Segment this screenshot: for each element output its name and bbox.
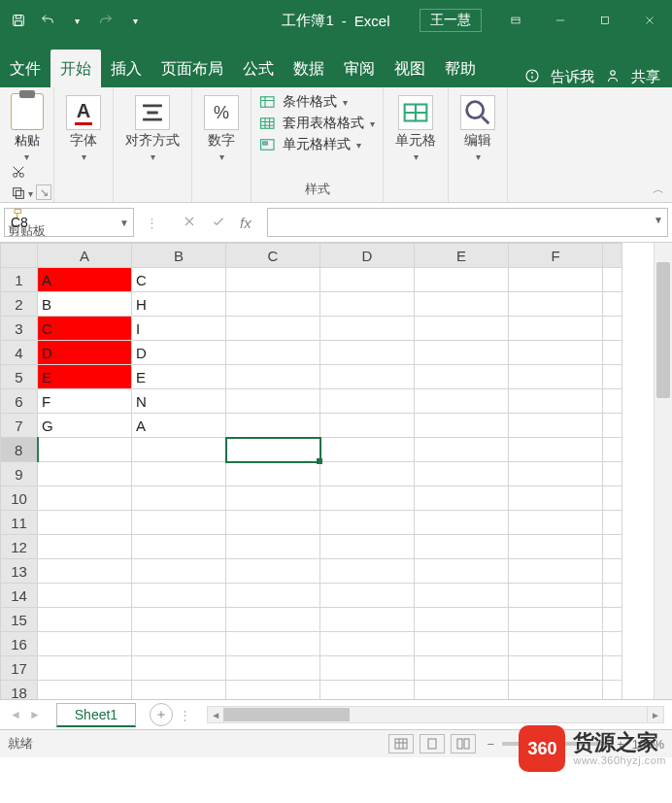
cell[interactable]: E [38, 365, 132, 389]
row-header[interactable]: 14 [1, 584, 38, 608]
cell[interactable]: A [132, 414, 226, 438]
cell[interactable]: H [132, 292, 226, 317]
font-button[interactable]: A 字体 ▾ [62, 93, 105, 164]
cell[interactable] [38, 632, 132, 656]
undo-dropdown-icon[interactable]: ▾ [66, 10, 87, 31]
editing-button[interactable]: 编辑 ▾ [456, 93, 499, 164]
tab-review[interactable]: 审阅 [334, 50, 385, 87]
cell[interactable]: A [38, 268, 132, 292]
cell[interactable] [415, 584, 509, 608]
cell[interactable] [415, 389, 509, 414]
user-name[interactable]: 王一慧 [420, 9, 482, 32]
column-header[interactable]: D [320, 244, 415, 268]
cell[interactable] [509, 268, 603, 292]
column-header[interactable]: C [226, 244, 320, 268]
cell[interactable] [226, 681, 320, 700]
cell[interactable] [603, 365, 622, 389]
cell[interactable] [509, 681, 603, 700]
cell[interactable] [226, 341, 320, 365]
cell[interactable] [132, 656, 226, 681]
cell[interactable] [603, 632, 622, 656]
cell[interactable] [509, 486, 603, 511]
fx-icon[interactable]: fx [240, 215, 252, 231]
redo-icon[interactable] [95, 10, 117, 31]
cell[interactable] [226, 608, 320, 632]
sheet-nav-prev-icon[interactable]: ◄ [10, 708, 21, 721]
cell[interactable] [226, 389, 320, 414]
alignment-button[interactable]: 对齐方式 ▾ [121, 93, 184, 164]
cell[interactable] [132, 511, 226, 535]
row-header[interactable]: 13 [1, 559, 38, 584]
row-header[interactable]: 9 [1, 462, 38, 486]
cell[interactable]: D [38, 341, 132, 365]
cell[interactable] [415, 535, 509, 559]
cell[interactable] [603, 559, 622, 584]
tab-formulas[interactable]: 公式 [233, 50, 284, 87]
cell[interactable] [415, 292, 509, 317]
cell[interactable] [415, 317, 509, 341]
cell[interactable] [320, 462, 415, 486]
cell[interactable] [415, 365, 509, 389]
cell[interactable] [132, 535, 226, 559]
cell[interactable] [320, 389, 415, 414]
cell[interactable] [415, 656, 509, 681]
cell[interactable] [226, 559, 320, 584]
cell[interactable] [226, 462, 320, 486]
cell[interactable] [603, 292, 622, 317]
cell[interactable] [320, 608, 415, 632]
cell[interactable] [132, 486, 226, 511]
cell[interactable] [320, 341, 415, 365]
cell[interactable] [320, 511, 415, 535]
cell[interactable] [603, 584, 622, 608]
cell[interactable] [509, 656, 603, 681]
cell[interactable] [320, 584, 415, 608]
cell[interactable] [603, 414, 622, 438]
cell[interactable] [509, 511, 603, 535]
cell[interactable] [132, 559, 226, 584]
cell[interactable] [132, 608, 226, 632]
cell[interactable] [509, 438, 603, 462]
qat-customize-icon[interactable]: ▾ [124, 10, 146, 31]
cell[interactable] [415, 462, 509, 486]
cut-button[interactable] [11, 164, 44, 180]
row-header[interactable]: 3 [1, 317, 38, 341]
drag-handle-icon[interactable]: ⋮ [173, 708, 199, 722]
worksheet-grid[interactable]: ABCDEF1AC2BH3CI4DD5EE6FN7GA8910111213141… [0, 243, 672, 699]
cell[interactable] [509, 608, 603, 632]
row-header[interactable]: 7 [1, 414, 38, 438]
name-box[interactable]: C8▼ [4, 208, 134, 237]
scroll-right-icon[interactable]: ► [647, 707, 663, 722]
cell[interactable] [603, 317, 622, 341]
tab-file[interactable]: 文件 [0, 50, 50, 87]
cell[interactable] [226, 511, 320, 535]
row-header[interactable]: 11 [1, 511, 38, 535]
cell[interactable] [226, 268, 320, 292]
cell[interactable] [320, 414, 415, 438]
sheet-nav-next-icon[interactable]: ► [29, 708, 41, 721]
cell[interactable] [603, 656, 622, 681]
close-icon[interactable] [627, 0, 672, 41]
cell[interactable] [320, 438, 415, 462]
expand-formula-icon[interactable]: ▼ [654, 215, 663, 225]
cell[interactable] [509, 559, 603, 584]
cell[interactable] [38, 656, 132, 681]
cell[interactable] [132, 584, 226, 608]
cell[interactable]: B [38, 292, 132, 317]
format-as-table-button[interactable]: 套用表格格式 ▾ [259, 115, 375, 132]
cell[interactable] [509, 389, 603, 414]
chevron-down-icon[interactable]: ▼ [119, 217, 129, 228]
cell[interactable] [509, 462, 603, 486]
paste-icon[interactable] [11, 93, 44, 130]
save-icon[interactable] [8, 10, 29, 31]
cell[interactable] [415, 632, 509, 656]
cell[interactable] [320, 268, 415, 292]
cell[interactable] [226, 292, 320, 317]
cell[interactable] [415, 438, 509, 462]
cell[interactable] [603, 268, 622, 292]
cell[interactable] [603, 535, 622, 559]
enter-formula-icon[interactable] [211, 214, 226, 232]
cell[interactable] [603, 511, 622, 535]
minimize-icon[interactable] [538, 0, 583, 41]
conditional-formatting-button[interactable]: 条件格式 ▾ [259, 93, 375, 111]
row-header[interactable]: 4 [1, 341, 38, 365]
